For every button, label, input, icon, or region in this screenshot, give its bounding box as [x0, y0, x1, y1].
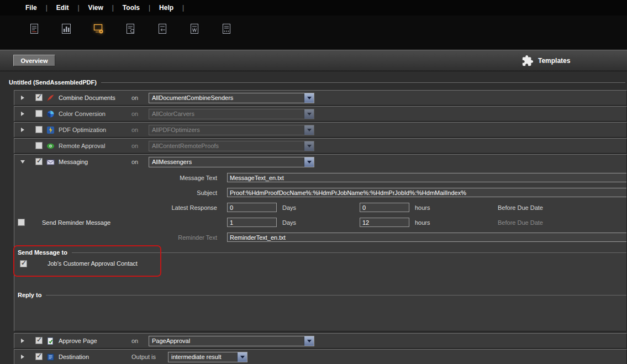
reminder-days-input[interactable] [227, 218, 277, 227]
menu-tools[interactable]: Tools [123, 4, 155, 12]
latest-response-days-input[interactable] [227, 203, 277, 212]
latest-response-hours-input[interactable] [360, 203, 409, 212]
destination-checkbox[interactable] [35, 353, 43, 360]
divider [46, 295, 626, 296]
reminder-text-input[interactable] [227, 233, 626, 242]
step-label: Destination [59, 354, 125, 360]
step-connector-label: on [125, 143, 149, 149]
reminder-days-label: Days [282, 219, 360, 226]
step-row-combine-documents: Combine Documents on AllDocumentCombineS… [14, 90, 627, 105]
remote-approval-icon [46, 142, 55, 150]
combine-documents-icon [46, 94, 55, 102]
divider [101, 82, 625, 83]
remote-approval-checkbox[interactable] [35, 142, 43, 149]
step-label: Remote Approval [59, 143, 125, 149]
dropdown-arrow-button[interactable] [304, 125, 314, 135]
days-label: Days [282, 204, 360, 211]
message-text-label: Message Text [14, 175, 227, 181]
pdf-optimization-dropdown[interactable]: AllPDFOptimizers [149, 125, 314, 135]
approve-page-icon [46, 337, 55, 345]
document-settings-icon [124, 22, 137, 35]
workflow-title: Untitled (SendAssembledPDF) [9, 79, 97, 86]
color-conversion-checkbox[interactable] [35, 110, 43, 117]
remote-approval-dropdown[interactable]: AllContentRemoteProofs [149, 141, 314, 151]
main-panel: Overview Templates Untitled (SendAssembl… [0, 50, 627, 364]
pdf-optimization-expand-icon[interactable] [21, 128, 24, 132]
step-label: Approve Page [59, 337, 125, 344]
approve-page-expand-icon[interactable] [21, 339, 24, 343]
toolbar-button-4[interactable] [122, 20, 139, 38]
job-customer-approval-contact-checkbox[interactable] [20, 260, 27, 267]
step-label: Color Conversion [59, 110, 125, 117]
templates-button[interactable]: Templates [521, 54, 570, 68]
dropdown-value: AllContentRemoteProofs [149, 141, 304, 151]
message-text-input[interactable] [227, 173, 626, 182]
application-window: File Edit View Tools Help [0, 0, 627, 364]
chevron-down-icon [307, 161, 312, 163]
reminder-hours-input[interactable] [360, 218, 409, 227]
pdf-optimization-checkbox[interactable] [35, 126, 43, 133]
approve-page-dropdown[interactable]: PageApproval [149, 336, 314, 346]
menu-file[interactable]: File [25, 4, 52, 12]
color-conversion-dropdown[interactable]: AllColorCarvers [149, 109, 314, 119]
destination-output-dropdown[interactable]: intermediate result [168, 352, 247, 362]
dropdown-arrow-button[interactable] [304, 93, 314, 103]
step-row-remote-approval: Remote Approval on AllContentRemoteProof… [14, 138, 627, 154]
step-label: Messaging [59, 159, 125, 165]
dropdown-arrow-button[interactable] [304, 109, 314, 119]
step-connector-label: on [125, 94, 149, 101]
toolbar-button-6[interactable] [186, 20, 203, 38]
step-row-color-conversion: Color Conversion on AllColorCarvers [14, 106, 627, 122]
messaging-dropdown[interactable]: AllMessengers [149, 157, 314, 167]
reply-to-group: Reply to [14, 291, 626, 328]
reminder-text-label: Reminder Text [14, 234, 227, 241]
subject-input[interactable] [227, 188, 626, 197]
dropdown-value: PageApproval [149, 336, 304, 346]
templates-label: Templates [538, 57, 570, 65]
toolbar [0, 15, 627, 54]
step-connector-label: on [125, 110, 149, 117]
tab-bar: Overview Templates [0, 50, 627, 71]
combine-documents-checkbox[interactable] [35, 94, 43, 101]
dropdown-arrow-button[interactable] [304, 141, 314, 151]
dropdown-value: intermediate result [168, 352, 237, 362]
step-label: PDF Optimization [59, 126, 125, 133]
dropdown-arrow-button[interactable] [304, 157, 314, 167]
divider [72, 252, 626, 253]
menu-tools-label: Tools [123, 4, 140, 12]
menu-view-label: View [88, 4, 103, 12]
latest-response-row: Latest Response Days hours Before Due Da… [14, 200, 626, 215]
combine-documents-expand-icon[interactable] [21, 96, 24, 100]
messaging-checkbox[interactable] [35, 158, 43, 165]
reply-to-title: Reply to [18, 292, 41, 298]
reminder-before-due-date-label: Before Due Date [498, 219, 543, 226]
reply-to-title-row: Reply to [14, 291, 626, 299]
color-conversion-expand-icon[interactable] [21, 112, 24, 116]
dropdown-arrow-button[interactable] [237, 352, 247, 362]
message-text-row: Message Text [14, 170, 626, 185]
step-connector-label: on [125, 159, 149, 165]
dropdown-arrow-button[interactable] [304, 336, 314, 346]
menu-help-label: Help [159, 4, 173, 12]
menu-help[interactable]: Help [159, 4, 188, 12]
before-due-date-label: Before Due Date [498, 204, 543, 211]
menu-edit[interactable]: Edit [56, 4, 84, 12]
messaging-collapse-icon[interactable] [20, 160, 25, 163]
toolbar-button-7[interactable] [218, 20, 235, 38]
toolbar-button-2[interactable] [57, 20, 75, 38]
workflow-steps: Combine Documents on AllDocumentCombineS… [14, 90, 627, 364]
combine-documents-dropdown[interactable]: AllDocumentCombineSenders [149, 93, 314, 103]
menu-view[interactable]: View [88, 4, 118, 12]
color-conversion-icon [46, 110, 55, 118]
workflow-settings-active-icon [92, 22, 105, 35]
destination-expand-icon[interactable] [21, 355, 24, 359]
dropdown-value: AllDocumentCombineSenders [149, 93, 304, 103]
toolbar-button-5[interactable] [154, 20, 171, 38]
tab-overview[interactable]: Overview [13, 55, 55, 66]
toolbar-button-1[interactable] [25, 20, 43, 38]
toolbar-button-3-active[interactable] [89, 20, 107, 38]
approve-page-checkbox[interactable] [35, 337, 43, 344]
send-reminder-checkbox[interactable] [18, 219, 25, 226]
step-row-pdf-optimization: PDF Optimization on AllPDFOptimizers [14, 122, 627, 138]
step-connector-label: on [125, 337, 149, 344]
